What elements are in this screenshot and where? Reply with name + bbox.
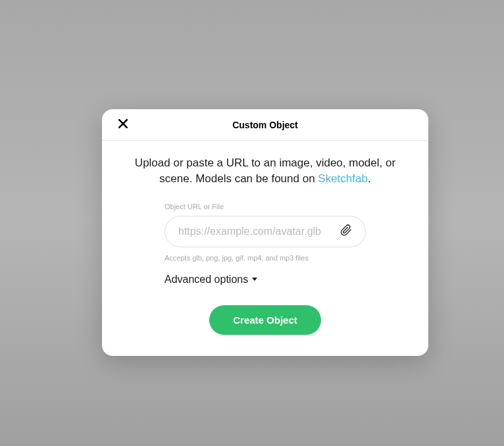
modal-header: Custom Object bbox=[102, 109, 428, 141]
advanced-options-label: Advanced options bbox=[164, 274, 248, 285]
create-object-button[interactable]: Create Object bbox=[209, 305, 321, 335]
custom-object-modal: Custom Object Upload or paste a URL to a… bbox=[102, 109, 428, 356]
close-button[interactable] bbox=[114, 116, 132, 134]
advanced-options-row: Advanced options bbox=[128, 274, 402, 285]
url-input[interactable] bbox=[178, 226, 335, 237]
url-field-label: Object URL or File bbox=[164, 203, 366, 211]
description-suffix: . bbox=[368, 172, 371, 185]
modal-body: Upload or paste a URL to an image, video… bbox=[102, 141, 428, 356]
close-icon bbox=[116, 117, 130, 132]
url-field-group: Object URL or File Accepts glb, png, jpg… bbox=[128, 203, 402, 262]
submit-row: Create Object bbox=[128, 305, 402, 335]
paperclip-icon bbox=[340, 224, 352, 239]
chevron-down-icon bbox=[252, 278, 257, 281]
modal-title: Custom Object bbox=[232, 120, 298, 130]
sketchfab-link[interactable]: Sketchfab bbox=[318, 172, 368, 185]
advanced-options-toggle[interactable]: Advanced options bbox=[164, 274, 257, 285]
attach-file-button[interactable] bbox=[340, 224, 352, 239]
url-input-wrapper bbox=[164, 216, 366, 247]
url-helper-text: Accepts glb, png, jpg, gif, mp4, and mp3… bbox=[164, 254, 366, 262]
modal-description: Upload or paste a URL to an image, video… bbox=[128, 155, 402, 187]
